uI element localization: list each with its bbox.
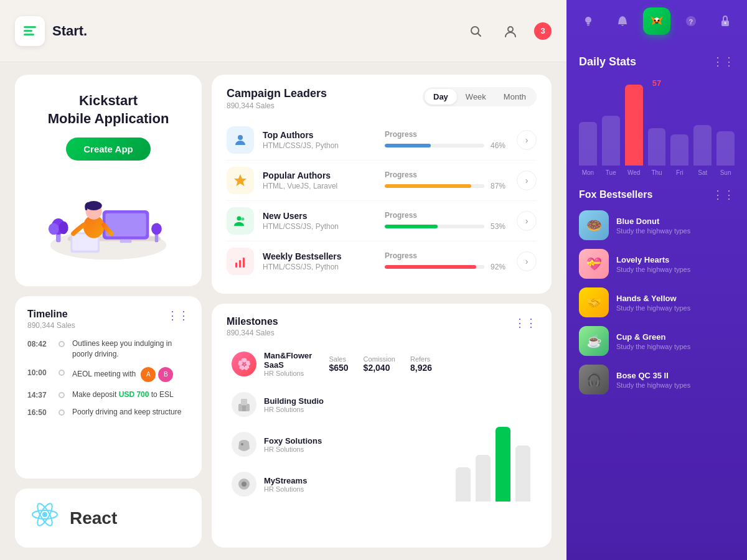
time-3: 14:37 [27, 390, 51, 399]
fox-menu[interactable]: ⋮⋮ [712, 188, 735, 202]
fox-item-3: 🤝 Hands & Yellow Study the highway types [579, 287, 735, 317]
day-thu: Thu [648, 169, 666, 176]
dot-3 [59, 392, 65, 398]
timeline-item-1: 08:42 Outlines keep you indulging in poo… [27, 338, 189, 360]
profile-icon[interactable] [499, 20, 522, 42]
chart-bar-3 [496, 427, 510, 502]
milestone-icon-1: 🌸 [232, 352, 256, 376]
svg-rect-20 [155, 234, 159, 243]
milestones-list: 🌸 Man&Flower SaaS HR Solutions Sales $65… [227, 346, 437, 502]
fox-info-1: Blue Donut Study the highway types [616, 217, 690, 235]
sidebar-icon-lock[interactable] [712, 7, 739, 35]
svg-text:?: ? [688, 18, 693, 26]
weekly-bestsellers-chevron[interactable]: › [517, 251, 537, 271]
right-sidebar: ? Daily Stats ⋮⋮ 57 Mon Tue [566, 0, 747, 560]
middle-column: Campaign Leaders 890,344 Sales Day Week … [212, 75, 552, 548]
kickstart-card: Kickstart Mobile Application Create App [15, 75, 202, 286]
logo-icon [15, 16, 45, 46]
stats-chart: 57 Mon Tue Wed Thu Fri Sat Sun [579, 78, 735, 178]
svg-rect-34 [241, 399, 247, 405]
create-app-button[interactable]: Create App [66, 138, 150, 161]
timeline-item-3: 14:37 Make deposit USD 700 to ESL [27, 390, 189, 400]
day-sun: Sun [716, 169, 735, 176]
content-area: Kickstart Mobile Application Create App [0, 62, 566, 560]
new-users-chevron[interactable]: › [517, 211, 537, 231]
chart-bar-4 [515, 446, 530, 502]
top-authors-icon [227, 126, 254, 154]
stats-peak-value: 57 [652, 78, 661, 88]
kickstart-illustration [40, 175, 177, 263]
milestones-menu[interactable]: ⋮⋮ [514, 316, 537, 330]
fox-title: Fox Bestsellers [579, 189, 652, 200]
stats-menu[interactable]: ⋮⋮ [712, 55, 735, 68]
svg-point-43 [657, 20, 659, 22]
milestone-row-2: Building Studio HR Solutions [227, 387, 437, 422]
fox-thumb-5: 🎧 [579, 365, 609, 394]
tab-week[interactable]: Week [457, 89, 495, 105]
chart-bars [456, 427, 530, 502]
day-fri: Fri [670, 169, 688, 176]
campaign-subtitle: 890,344 Sales [227, 101, 327, 110]
daily-stats-title: Daily Stats [579, 55, 636, 68]
timeline-item-2: 10:00 AEOL meeting with A B [27, 367, 189, 382]
tab-month[interactable]: Month [495, 89, 535, 105]
fox-thumb-4: ☕ [579, 326, 609, 356]
milestones-header: Milestones 890,344 Sales ⋮⋮ [227, 316, 537, 337]
campaign-row-3: New Users HTML/CSS/JS, Python Progress 5… [227, 201, 537, 241]
svg-rect-0 [24, 26, 36, 28]
milestone-info-4: MyStreams HR Solutions [264, 476, 432, 493]
tab-day[interactable]: Day [425, 89, 457, 105]
fox-header: Fox Bestsellers ⋮⋮ [579, 188, 735, 202]
svg-rect-35 [242, 406, 246, 411]
weekly-bestsellers-progress: Progress 92% [385, 251, 509, 271]
timeline-menu[interactable]: ⋮⋮ [167, 309, 189, 322]
react-label: React [70, 508, 117, 528]
stats-bar-fri [670, 134, 688, 166]
search-icon[interactable] [464, 20, 487, 42]
milestone-row-3: Foxy Solutions HR Solutions [227, 427, 437, 462]
campaign-title: Campaign Leaders [227, 87, 327, 100]
svg-point-5 [508, 27, 513, 32]
notification-badge[interactable]: 3 [534, 22, 552, 40]
logo-area: Start. [15, 16, 87, 46]
stats-bar-sat [693, 125, 712, 166]
daily-stats-header: Daily Stats ⋮⋮ [579, 55, 735, 68]
weekly-bestsellers-icon [227, 248, 254, 275]
text-4: Poorly driving and keep structure [72, 407, 181, 418]
svg-point-19 [59, 222, 68, 235]
left-column: Kickstart Mobile Application Create App [15, 75, 202, 548]
header: Start. 3 [0, 0, 566, 62]
stats-bar-tue [602, 116, 620, 166]
dot-4 [59, 409, 65, 416]
milestones-subtitle: 890,344 Sales [227, 329, 278, 337]
fox-item-1: 🍩 Blue Donut Study the highway types [579, 210, 735, 240]
milestone-row-4: MyStreams HR Solutions [227, 467, 437, 502]
fox-info-4: Cup & Green Study the highway types [616, 332, 690, 350]
fox-bestsellers-section: Fox Bestsellers ⋮⋮ 🍩 Blue Donut Study th… [566, 188, 747, 560]
popular-authors-progress: Progress 87% [385, 170, 509, 190]
sidebar-icon-lightbulb[interactable] [575, 7, 602, 35]
time-1: 08:42 [27, 338, 51, 348]
new-users-icon [227, 207, 254, 235]
svg-marker-27 [234, 174, 247, 186]
svg-point-38 [585, 17, 591, 23]
svg-point-47 [724, 22, 726, 24]
milestones-card: Milestones 890,344 Sales ⋮⋮ 🌸 Man&Flower… [212, 304, 552, 548]
day-mon: Mon [579, 169, 597, 176]
timeline-header: Timeline 890,344 Sales ⋮⋮ [27, 309, 189, 330]
chart-bar-2 [476, 455, 491, 502]
svg-rect-40 [587, 25, 590, 26]
campaign-row-4: Weekly Bestsellers HTML/CSS/JS, Python P… [227, 241, 537, 281]
campaign-card: Campaign Leaders 890,344 Sales Day Week … [212, 75, 552, 294]
kickstart-title: Kickstart Mobile Application [48, 92, 169, 128]
sidebar-icon-bell[interactable] [609, 7, 636, 35]
campaign-row-1: Top Authors HTML/CSS/JS, Python Progress… [227, 120, 537, 161]
header-actions: 3 [464, 20, 552, 42]
popular-authors-chevron[interactable]: › [517, 170, 537, 190]
milestone-info-1: Man&Flower SaaS HR Solutions [264, 351, 329, 377]
sidebar-icon-question[interactable]: ? [677, 7, 705, 35]
sidebar-icon-fox[interactable] [643, 7, 670, 35]
svg-rect-31 [239, 260, 241, 268]
top-authors-chevron[interactable]: › [517, 130, 537, 150]
milestone-icon-4 [232, 472, 256, 497]
